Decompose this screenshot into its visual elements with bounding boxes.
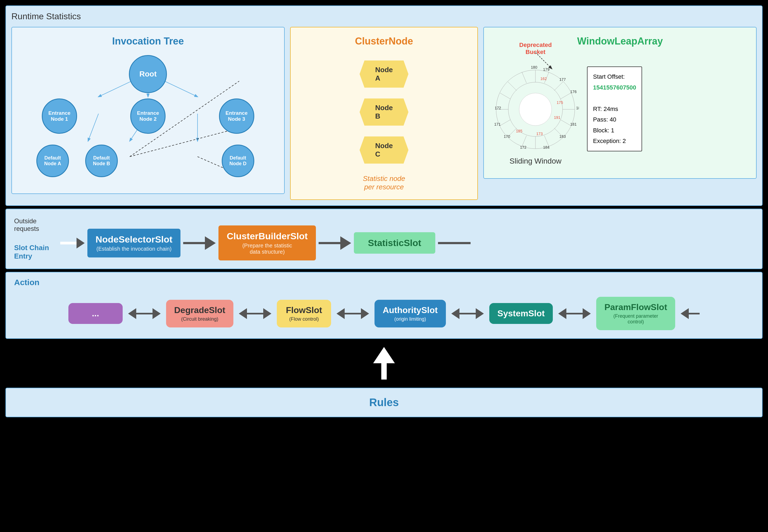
system-title: SystemSlot: [498, 308, 545, 318]
sliding-window-area: DeprecatedBucket: [492, 52, 748, 165]
invocation-tree-box: Invocation Tree: [11, 27, 285, 194]
svg-text:162: 162: [541, 77, 547, 81]
svg-line-22: [560, 93, 571, 99]
arrow-left-2: [239, 308, 247, 319]
wheel-svg: 180 179 177 176 181 181 183 184 172 17: [492, 66, 579, 153]
arrow-right-2: [263, 308, 271, 319]
svg-line-28: [522, 72, 527, 83]
arrow-right-3: [361, 308, 369, 319]
svg-text:185: 185: [516, 129, 523, 133]
tree-node-defaultA: DefaultNode A: [36, 145, 69, 177]
cluster-builder-slot[interactable]: ClusterBuilderSlot (Prepare the statisti…: [218, 225, 315, 260]
svg-line-26: [500, 120, 511, 126]
flow-slot[interactable]: FlowSlot (Flow control): [277, 300, 331, 327]
invocation-tree-title: Invocation Tree: [20, 36, 276, 47]
cluster-subtitle: Statistic nodeper resource: [363, 174, 405, 191]
arrow-right-5: [583, 308, 591, 319]
bidir-arrow-2: [239, 308, 271, 319]
cluster-node-title: ClusterNode: [355, 36, 413, 47]
sliding-window-label: Sliding Window: [510, 157, 562, 165]
svg-text:177: 177: [560, 77, 566, 82]
arrow-right-4: [476, 308, 484, 319]
cluster-builder-subtitle: (Prepare the statisticdata structure): [227, 243, 307, 255]
trailing-arrow: [681, 308, 700, 319]
svg-text:173: 173: [537, 132, 543, 136]
arrow-head-2: [340, 236, 351, 250]
arrow-2: [318, 236, 351, 250]
tree-node-defaultB: DefaultNode B: [85, 145, 118, 177]
svg-text:183: 183: [560, 134, 566, 139]
param-flow-slot[interactable]: ParamFlowSlot (Frequent parametercontrol…: [596, 297, 675, 330]
runtime-inner: Invocation Tree: [11, 27, 757, 200]
svg-line-27: [500, 93, 511, 99]
arrow-line-h-5: [566, 313, 583, 314]
svg-text:191: 191: [554, 115, 561, 120]
up-arrow-container: [5, 342, 763, 385]
pass-value: Pass: 40: [593, 114, 636, 125]
node-selector-slot[interactable]: NodeSelectorSlot (Establish the invocati…: [87, 229, 180, 257]
svg-text:172: 172: [495, 106, 501, 110]
bidir-arrow-3: [336, 308, 369, 319]
system-slot[interactable]: SystemSlot: [489, 303, 553, 324]
degrade-title: DegradeSlot: [174, 305, 225, 315]
node-selector-title: NodeSelectorSlot: [95, 234, 172, 245]
tree-node-entrance2: EntranceNode 2: [130, 98, 165, 134]
arrow-line-h-2: [247, 313, 263, 314]
rt-value: RT: 24ms: [593, 104, 636, 114]
svg-text:181: 181: [571, 122, 577, 126]
rules-title: Rules: [369, 396, 399, 409]
degrade-slot[interactable]: DegradeSlot (Circuit breaking): [166, 300, 233, 327]
svg-line-9: [536, 52, 552, 69]
svg-text:181: 181: [576, 106, 579, 110]
runtime-section: Runtime Statistics Invocation Tree: [5, 5, 763, 206]
authority-title: AuthoritySlot: [382, 305, 438, 315]
arrow-line-1: [183, 242, 205, 244]
tree-node-entrance3: EntranceNode 3: [219, 98, 254, 134]
arrow-line-3: [438, 242, 471, 244]
cluster-builder-title: ClusterBuilderSlot: [227, 231, 307, 241]
svg-text:175: 175: [557, 100, 563, 105]
svg-text:176: 176: [571, 90, 577, 94]
trailing-arrow-head: [681, 308, 689, 319]
arrow-head-1: [205, 236, 216, 250]
action-inner: ... DegradeSlot (Circuit breaking): [17, 297, 751, 330]
tree-node-entrance1: EntranceNode 1: [42, 98, 77, 134]
bidir-arrow-1: [128, 308, 161, 319]
authority-slot[interactable]: AuthoritySlot (origin limiting): [374, 300, 446, 327]
svg-line-14: [554, 82, 563, 91]
deprecated-arrow-svg: [536, 52, 590, 74]
svg-text:170: 170: [504, 134, 511, 139]
svg-text:172: 172: [520, 145, 527, 149]
tree-node-root: Root: [129, 55, 167, 93]
rules-section: Rules: [5, 388, 763, 417]
input-arrow-head: [76, 238, 85, 249]
input-bar: [60, 242, 76, 244]
svg-line-20: [508, 82, 517, 91]
arrow-line-h-4: [460, 313, 476, 314]
svg-text:171: 171: [495, 122, 501, 126]
up-arrow-head: [373, 347, 395, 363]
statistic-slot[interactable]: StatisticSlot: [354, 232, 435, 254]
ellipsis-title: ...: [76, 308, 114, 318]
cluster-node-box: ClusterNode NodeA NodeB NodeC Statistic …: [290, 27, 478, 200]
arrow-right-1: [152, 308, 161, 319]
trailing-line: [689, 313, 700, 314]
up-arrow: [373, 347, 395, 380]
arrow-3: [438, 242, 471, 244]
slot-chain-entry-label: Slot ChainEntry: [14, 244, 49, 260]
block-value: Block: 1: [593, 125, 636, 136]
cluster-node-B: NodeB: [359, 98, 409, 126]
statistic-slot-title: StatisticSlot: [362, 238, 427, 248]
tree-node-defaultD: DefaultNode D: [222, 145, 254, 177]
arrow-line-h-1: [136, 313, 152, 314]
slot-chain-section: Outsiderequests Slot ChainEntry NodeSele…: [5, 209, 763, 269]
authority-subtitle: (origin limiting): [382, 316, 438, 322]
param-flow-subtitle: (Frequent parametercontrol): [604, 313, 667, 325]
bidir-arrow-5: [558, 308, 591, 319]
degrade-subtitle: (Circuit breaking): [174, 316, 225, 322]
cluster-node-A: NodeA: [359, 60, 409, 88]
wheel-container: 180 179 177 176 181 181 183 184 172 17: [492, 66, 579, 153]
flow-subtitle: (Flow control): [285, 316, 323, 322]
svg-text:184: 184: [543, 145, 550, 149]
ellipsis-slot[interactable]: ...: [68, 303, 123, 324]
